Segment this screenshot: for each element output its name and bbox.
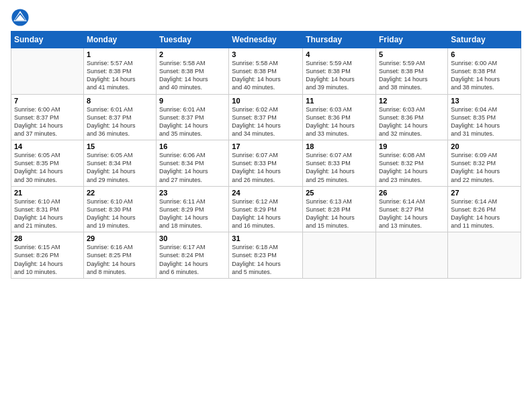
- day-info: Sunrise: 5:59 AMSunset: 8:38 PMDaylight:…: [306, 59, 373, 92]
- calendar-week-row: 21Sunrise: 6:10 AMSunset: 8:31 PMDayligh…: [11, 186, 521, 232]
- calendar-day-cell: 2Sunrise: 5:58 AMSunset: 8:38 PMDaylight…: [157, 48, 229, 95]
- calendar-day-header: Friday: [376, 32, 448, 48]
- day-number: 30: [159, 234, 226, 242]
- day-info: Sunrise: 6:14 AMSunset: 8:26 PMDaylight:…: [451, 197, 518, 230]
- day-number: 10: [232, 97, 300, 105]
- day-info: Sunrise: 6:13 AMSunset: 8:28 PMDaylight:…: [306, 197, 373, 230]
- day-number: 27: [451, 189, 518, 197]
- day-number: 3: [232, 50, 300, 58]
- day-number: 15: [87, 142, 153, 150]
- day-number: 23: [159, 189, 226, 197]
- calendar-day-cell: 13Sunrise: 6:04 AMSunset: 8:35 PMDayligh…: [448, 94, 521, 140]
- calendar-day-header: Thursday: [303, 32, 376, 48]
- day-number: 6: [451, 50, 518, 58]
- calendar-day-cell: 18Sunrise: 6:07 AMSunset: 8:33 PMDayligh…: [303, 140, 376, 187]
- calendar-day-cell: 26Sunrise: 6:14 AMSunset: 8:27 PMDayligh…: [376, 186, 448, 232]
- calendar-day-cell: 4Sunrise: 5:59 AMSunset: 8:38 PMDaylight…: [303, 48, 376, 95]
- day-number: 12: [379, 97, 445, 105]
- calendar-day-header: Tuesday: [157, 32, 229, 48]
- day-info: Sunrise: 6:06 AMSunset: 8:34 PMDaylight:…: [159, 151, 226, 184]
- calendar-day-cell: [376, 232, 448, 279]
- day-number: 22: [87, 189, 153, 197]
- calendar-day-cell: 1Sunrise: 5:57 AMSunset: 8:38 PMDaylight…: [83, 48, 156, 95]
- day-number: 18: [306, 142, 373, 150]
- calendar-day-cell: 8Sunrise: 6:01 AMSunset: 8:37 PMDaylight…: [83, 94, 156, 140]
- day-number: 16: [159, 142, 226, 150]
- day-info: Sunrise: 5:58 AMSunset: 8:38 PMDaylight:…: [232, 59, 300, 92]
- calendar-day-cell: 27Sunrise: 6:14 AMSunset: 8:26 PMDayligh…: [448, 186, 521, 232]
- calendar-day-cell: 29Sunrise: 6:16 AMSunset: 8:25 PMDayligh…: [83, 232, 156, 279]
- calendar-day-header: Sunday: [11, 32, 84, 48]
- day-number: 17: [232, 142, 300, 150]
- calendar-day-cell: 23Sunrise: 6:11 AMSunset: 8:29 PMDayligh…: [157, 186, 229, 232]
- day-info: Sunrise: 6:17 AMSunset: 8:24 PMDaylight:…: [159, 243, 226, 276]
- day-info: Sunrise: 5:58 AMSunset: 8:38 PMDaylight:…: [159, 59, 226, 92]
- calendar-week-row: 7Sunrise: 6:00 AMSunset: 8:37 PMDaylight…: [11, 94, 521, 140]
- day-number: 24: [232, 189, 300, 197]
- calendar-day-cell: 11Sunrise: 6:03 AMSunset: 8:36 PMDayligh…: [303, 94, 376, 140]
- day-info: Sunrise: 6:10 AMSunset: 8:30 PMDaylight:…: [87, 197, 153, 230]
- calendar-day-cell: [11, 48, 84, 95]
- day-number: 13: [451, 97, 518, 105]
- calendar-day-cell: 5Sunrise: 5:59 AMSunset: 8:38 PMDaylight…: [376, 48, 448, 95]
- page: SundayMondayTuesdayWednesdayThursdayFrid…: [0, 0, 532, 284]
- calendar-day-cell: 7Sunrise: 6:00 AMSunset: 8:37 PMDaylight…: [11, 94, 84, 140]
- calendar-day-header: Monday: [83, 32, 156, 48]
- day-number: 26: [379, 189, 445, 197]
- calendar-day-cell: 10Sunrise: 6:02 AMSunset: 8:37 PMDayligh…: [229, 94, 303, 140]
- calendar-table: SundayMondayTuesdayWednesdayThursdayFrid…: [11, 31, 521, 279]
- day-info: Sunrise: 6:09 AMSunset: 8:32 PMDaylight:…: [451, 151, 518, 184]
- calendar-day-cell: 15Sunrise: 6:05 AMSunset: 8:34 PMDayligh…: [83, 140, 156, 187]
- calendar-day-cell: 16Sunrise: 6:06 AMSunset: 8:34 PMDayligh…: [157, 140, 229, 187]
- calendar-week-row: 1Sunrise: 5:57 AMSunset: 8:38 PMDaylight…: [11, 48, 521, 95]
- day-info: Sunrise: 6:16 AMSunset: 8:25 PMDaylight:…: [87, 243, 153, 276]
- day-info: Sunrise: 6:07 AMSunset: 8:33 PMDaylight:…: [306, 151, 373, 184]
- header: [11, 8, 521, 27]
- calendar-day-cell: 22Sunrise: 6:10 AMSunset: 8:30 PMDayligh…: [83, 186, 156, 232]
- day-info: Sunrise: 6:00 AMSunset: 8:37 PMDaylight:…: [14, 105, 81, 138]
- day-info: Sunrise: 6:08 AMSunset: 8:32 PMDaylight:…: [379, 151, 445, 184]
- day-number: 2: [159, 50, 226, 58]
- day-info: Sunrise: 6:15 AMSunset: 8:26 PMDaylight:…: [14, 243, 81, 276]
- day-info: Sunrise: 6:03 AMSunset: 8:36 PMDaylight:…: [306, 105, 373, 138]
- day-number: 9: [159, 97, 226, 105]
- day-number: 20: [451, 142, 518, 150]
- day-info: Sunrise: 6:07 AMSunset: 8:33 PMDaylight:…: [232, 151, 300, 184]
- calendar-day-cell: [303, 232, 376, 279]
- day-number: 11: [306, 97, 373, 105]
- calendar-day-cell: 9Sunrise: 6:01 AMSunset: 8:37 PMDaylight…: [157, 94, 229, 140]
- day-info: Sunrise: 6:14 AMSunset: 8:27 PMDaylight:…: [379, 197, 445, 230]
- day-number: 28: [14, 234, 81, 242]
- day-info: Sunrise: 6:10 AMSunset: 8:31 PMDaylight:…: [14, 197, 81, 230]
- day-info: Sunrise: 6:11 AMSunset: 8:29 PMDaylight:…: [159, 197, 226, 230]
- day-number: 29: [87, 234, 153, 242]
- calendar-day-cell: 12Sunrise: 6:03 AMSunset: 8:36 PMDayligh…: [376, 94, 448, 140]
- day-number: 8: [87, 97, 153, 105]
- calendar-day-cell: 28Sunrise: 6:15 AMSunset: 8:26 PMDayligh…: [11, 232, 84, 279]
- day-info: Sunrise: 6:05 AMSunset: 8:34 PMDaylight:…: [87, 151, 153, 184]
- day-number: 1: [87, 50, 153, 58]
- day-info: Sunrise: 6:03 AMSunset: 8:36 PMDaylight:…: [379, 105, 445, 138]
- calendar-day-header: Saturday: [448, 32, 521, 48]
- day-number: 31: [232, 234, 300, 242]
- day-number: 5: [379, 50, 445, 58]
- day-info: Sunrise: 6:02 AMSunset: 8:37 PMDaylight:…: [232, 105, 300, 138]
- calendar-day-cell: 30Sunrise: 6:17 AMSunset: 8:24 PMDayligh…: [157, 232, 229, 279]
- logo-icon: [11, 8, 30, 27]
- calendar-day-cell: 25Sunrise: 6:13 AMSunset: 8:28 PMDayligh…: [303, 186, 376, 232]
- day-info: Sunrise: 6:18 AMSunset: 8:23 PMDaylight:…: [232, 243, 300, 276]
- day-info: Sunrise: 5:57 AMSunset: 8:38 PMDaylight:…: [87, 59, 153, 92]
- logo: [11, 8, 32, 27]
- calendar-day-cell: [448, 232, 521, 279]
- day-number: 7: [14, 97, 81, 105]
- day-info: Sunrise: 6:01 AMSunset: 8:37 PMDaylight:…: [159, 105, 226, 138]
- calendar-day-cell: 3Sunrise: 5:58 AMSunset: 8:38 PMDaylight…: [229, 48, 303, 95]
- calendar-day-cell: 14Sunrise: 6:05 AMSunset: 8:35 PMDayligh…: [11, 140, 84, 187]
- calendar-day-cell: 17Sunrise: 6:07 AMSunset: 8:33 PMDayligh…: [229, 140, 303, 187]
- day-number: 14: [14, 142, 81, 150]
- day-info: Sunrise: 6:12 AMSunset: 8:29 PMDaylight:…: [232, 197, 300, 230]
- day-info: Sunrise: 6:01 AMSunset: 8:37 PMDaylight:…: [87, 105, 153, 138]
- calendar-header-row: SundayMondayTuesdayWednesdayThursdayFrid…: [11, 32, 521, 48]
- calendar-day-cell: 6Sunrise: 6:00 AMSunset: 8:38 PMDaylight…: [448, 48, 521, 95]
- day-info: Sunrise: 6:00 AMSunset: 8:38 PMDaylight:…: [451, 59, 518, 92]
